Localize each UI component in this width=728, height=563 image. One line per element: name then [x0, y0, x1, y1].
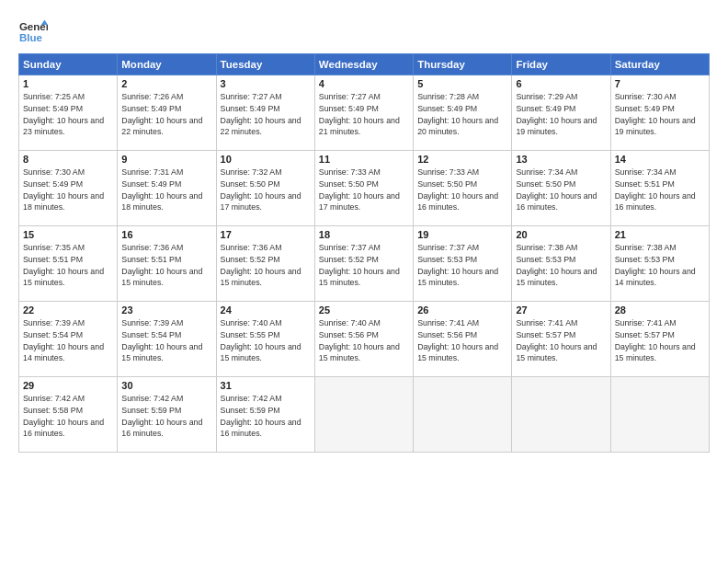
table-row: [314, 377, 413, 453]
table-row: 22Sunrise: 7:39 AMSunset: 5:54 PMDayligh…: [19, 302, 118, 377]
col-saturday: Saturday: [610, 54, 709, 75]
table-row: 3Sunrise: 7:27 AMSunset: 5:49 PMDaylight…: [216, 75, 314, 151]
calendar-table: Sunday Monday Tuesday Wednesday Thursday…: [18, 53, 710, 453]
calendar-row: 1Sunrise: 7:25 AMSunset: 5:49 PMDaylight…: [19, 75, 710, 151]
col-sunday: Sunday: [19, 54, 118, 75]
calendar-body: 1Sunrise: 7:25 AMSunset: 5:49 PMDaylight…: [19, 75, 710, 453]
col-monday: Monday: [118, 54, 216, 75]
calendar-row: 22Sunrise: 7:39 AMSunset: 5:54 PMDayligh…: [19, 302, 710, 377]
calendar-row: 29Sunrise: 7:42 AMSunset: 5:58 PMDayligh…: [19, 377, 710, 453]
table-row: 30Sunrise: 7:42 AMSunset: 5:59 PMDayligh…: [118, 377, 216, 453]
table-row: 15Sunrise: 7:35 AMSunset: 5:51 PMDayligh…: [19, 226, 118, 302]
table-row: 17Sunrise: 7:36 AMSunset: 5:52 PMDayligh…: [216, 226, 314, 302]
logo: General Blue: [18, 17, 48, 46]
table-row: 18Sunrise: 7:37 AMSunset: 5:52 PMDayligh…: [314, 226, 413, 302]
header: General Blue: [18, 17, 710, 46]
table-row: 16Sunrise: 7:36 AMSunset: 5:51 PMDayligh…: [118, 226, 216, 302]
table-row: 4Sunrise: 7:27 AMSunset: 5:49 PMDaylight…: [314, 75, 413, 151]
table-row: 19Sunrise: 7:37 AMSunset: 5:53 PMDayligh…: [414, 226, 512, 302]
table-row: 28Sunrise: 7:41 AMSunset: 5:57 PMDayligh…: [610, 302, 709, 377]
table-row: 9Sunrise: 7:31 AMSunset: 5:49 PMDaylight…: [118, 151, 216, 226]
table-row: 25Sunrise: 7:40 AMSunset: 5:56 PMDayligh…: [314, 302, 413, 377]
table-row: [512, 377, 610, 453]
table-row: 29Sunrise: 7:42 AMSunset: 5:58 PMDayligh…: [19, 377, 118, 453]
table-row: 23Sunrise: 7:39 AMSunset: 5:54 PMDayligh…: [118, 302, 216, 377]
col-tuesday: Tuesday: [216, 54, 314, 75]
col-wednesday: Wednesday: [314, 54, 413, 75]
table-row: 6Sunrise: 7:29 AMSunset: 5:49 PMDaylight…: [512, 75, 610, 151]
col-friday: Friday: [512, 54, 610, 75]
table-row: 24Sunrise: 7:40 AMSunset: 5:55 PMDayligh…: [216, 302, 314, 377]
col-thursday: Thursday: [414, 54, 512, 75]
calendar-row: 8Sunrise: 7:30 AMSunset: 5:49 PMDaylight…: [19, 151, 710, 226]
table-row: 5Sunrise: 7:28 AMSunset: 5:49 PMDaylight…: [414, 75, 512, 151]
calendar-page: General Blue Sunday Monday Tuesday Wedne…: [0, 0, 728, 563]
logo-icon: General Blue: [18, 17, 48, 46]
table-row: 7Sunrise: 7:30 AMSunset: 5:49 PMDaylight…: [610, 75, 709, 151]
table-row: 13Sunrise: 7:34 AMSunset: 5:50 PMDayligh…: [512, 151, 610, 226]
table-row: 10Sunrise: 7:32 AMSunset: 5:50 PMDayligh…: [216, 151, 314, 226]
table-row: [610, 377, 709, 453]
svg-text:Blue: Blue: [19, 32, 43, 43]
table-row: 21Sunrise: 7:38 AMSunset: 5:53 PMDayligh…: [610, 226, 709, 302]
table-row: 20Sunrise: 7:38 AMSunset: 5:53 PMDayligh…: [512, 226, 610, 302]
table-row: 14Sunrise: 7:34 AMSunset: 5:51 PMDayligh…: [610, 151, 709, 226]
table-row: 31Sunrise: 7:42 AMSunset: 5:59 PMDayligh…: [216, 377, 314, 453]
table-row: 12Sunrise: 7:33 AMSunset: 5:50 PMDayligh…: [414, 151, 512, 226]
table-row: 1Sunrise: 7:25 AMSunset: 5:49 PMDaylight…: [19, 75, 118, 151]
table-row: 11Sunrise: 7:33 AMSunset: 5:50 PMDayligh…: [314, 151, 413, 226]
table-row: 8Sunrise: 7:30 AMSunset: 5:49 PMDaylight…: [19, 151, 118, 226]
table-row: 27Sunrise: 7:41 AMSunset: 5:57 PMDayligh…: [512, 302, 610, 377]
table-row: [414, 377, 512, 453]
table-row: 26Sunrise: 7:41 AMSunset: 5:56 PMDayligh…: [414, 302, 512, 377]
calendar-row: 15Sunrise: 7:35 AMSunset: 5:51 PMDayligh…: [19, 226, 710, 302]
table-row: 2Sunrise: 7:26 AMSunset: 5:49 PMDaylight…: [118, 75, 216, 151]
weekday-header-row: Sunday Monday Tuesday Wednesday Thursday…: [19, 54, 710, 75]
